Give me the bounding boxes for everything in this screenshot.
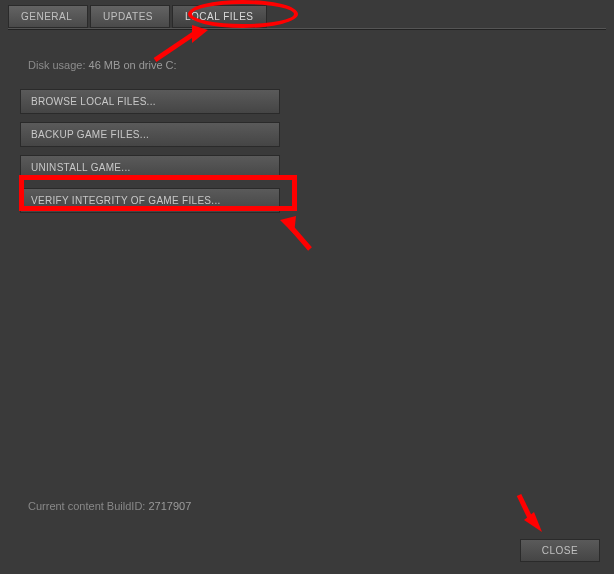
uninstall-game-button[interactable]: UNINSTALL GAME... xyxy=(20,155,280,180)
disk-usage-label: Disk usage: 46 MB on drive C: xyxy=(28,59,594,71)
svg-marker-2 xyxy=(524,512,542,532)
content-panel: Disk usage: 46 MB on drive C: BROWSE LOC… xyxy=(0,29,614,236)
tab-local-files[interactable]: LOCAL FILES xyxy=(172,5,267,28)
tab-updates[interactable]: UPDATES xyxy=(90,5,170,28)
build-id-value: 2717907 xyxy=(148,500,191,512)
tab-general[interactable]: GENERAL xyxy=(8,5,88,28)
browse-local-files-button[interactable]: BROWSE LOCAL FILES... xyxy=(20,89,280,114)
close-button[interactable]: CLOSE xyxy=(520,539,600,562)
annotation-arrow-close xyxy=(504,490,544,535)
verify-integrity-button[interactable]: VERIFY INTEGRITY OF GAME FILES... xyxy=(20,188,280,213)
backup-game-files-button[interactable]: BACKUP GAME FILES... xyxy=(20,122,280,147)
disk-usage-value: 46 MB on drive C: xyxy=(89,59,177,71)
build-id-label: Current content BuildID: 2717907 xyxy=(28,500,191,512)
build-id-text: Current content BuildID: xyxy=(28,500,148,512)
tabs-bar: GENERAL UPDATES LOCAL FILES xyxy=(0,0,614,28)
disk-usage-text: Disk usage: xyxy=(28,59,89,71)
